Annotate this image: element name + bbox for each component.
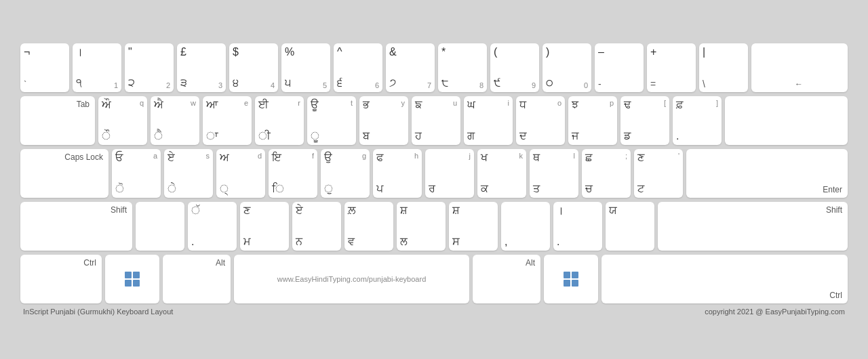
key-k[interactable]: ਖk ਕ xyxy=(477,149,526,198)
row-zxcv: Shift ੱ . ਣ ਮ ਏ ਨ ਲ਼ ਵ ਸ਼ ਲ ਸ਼ ਸ xyxy=(20,202,848,251)
key-8[interactable]: * ੮ 8 xyxy=(438,43,487,92)
key-comma[interactable]: , xyxy=(501,202,550,251)
key-y[interactable]: ਭy ਬ xyxy=(359,96,408,145)
key-9[interactable]: ( ੯ 9 xyxy=(490,43,539,92)
key-v[interactable]: ਏ ਨ xyxy=(292,202,341,251)
key-b[interactable]: ਲ਼ ਵ xyxy=(344,202,393,251)
row-asdf: Caps Lock ਓa ੋ ਏs ੇ ਅd ੍ ਇf ਿ ਉg ੁ ਫh ਪ … xyxy=(20,149,848,198)
windows-logo-icon xyxy=(125,272,140,287)
key-d[interactable]: ਅd ੍ xyxy=(216,149,265,198)
win-left-key[interactable] xyxy=(105,255,159,303)
key-bracket-close[interactable]: ਫ਼] . xyxy=(673,96,722,145)
key-1[interactable]: । ੧ 1 xyxy=(73,43,121,92)
key-j[interactable]: j ਰ xyxy=(425,149,474,198)
key-g[interactable]: ਉg ੁ xyxy=(321,149,370,198)
key-semicolon[interactable]: ਛ; ਚ xyxy=(582,149,631,198)
backspace-key[interactable]: ← xyxy=(751,43,848,92)
key-5[interactable]: % ੫ 5 xyxy=(281,43,330,92)
key-w[interactable]: ਐw ੈ xyxy=(151,96,199,145)
key-r[interactable]: ਈr ੀ xyxy=(255,96,304,145)
key-x[interactable]: ੱ . xyxy=(188,202,237,251)
key-q[interactable]: ਔq ੌ xyxy=(98,96,147,145)
footer-copyright: copyright 2021 @ EasyPunjabiTyping.com xyxy=(705,308,845,316)
key-period[interactable]: । . xyxy=(553,202,602,251)
key-o[interactable]: ਧo ਦ xyxy=(516,96,565,145)
alt-right-key[interactable]: Alt xyxy=(473,255,540,303)
key-e[interactable]: ਆe ਾ xyxy=(203,96,252,145)
key-m[interactable]: ਸ਼ ਸ xyxy=(449,202,498,251)
ctrl-right-key[interactable]: Ctrl xyxy=(601,255,848,303)
key-h[interactable]: ਫh ਪ xyxy=(373,149,422,198)
shift-right-key[interactable]: Shift xyxy=(658,202,848,251)
key-backtick[interactable]: ¬ ` xyxy=(20,43,69,92)
key-p[interactable]: ਝp ਜ xyxy=(568,96,617,145)
row-qwerty: Tab ਔq ੌ ਐw ੈ ਆe ਾ ਈr ੀ ਊt ੂ ਭy ਬ ਙu ਹ xyxy=(20,96,848,145)
key-7[interactable]: & ੭ 7 xyxy=(386,43,435,92)
key-pipe[interactable] xyxy=(725,96,848,145)
enter-key[interactable]: Enter xyxy=(686,149,848,198)
tab-key[interactable]: Tab xyxy=(20,96,95,145)
windows-logo-right-icon xyxy=(564,272,578,287)
key-3[interactable]: £ ੩ 3 xyxy=(177,43,226,92)
key-backslash[interactable]: | \ xyxy=(699,43,748,92)
key-a[interactable]: ਓa ੋ xyxy=(112,149,161,198)
key-0[interactable]: ) ੦ 0 xyxy=(542,43,591,92)
key-quote[interactable]: ਣ' ਟ xyxy=(634,149,683,198)
win-right-key[interactable] xyxy=(544,255,598,303)
key-u[interactable]: ਙu ਹ xyxy=(412,96,460,145)
key-t[interactable]: ਊt ੂ xyxy=(307,96,356,145)
key-f[interactable]: ਇf ਿ xyxy=(269,149,317,198)
key-l[interactable]: ਥl ਤ xyxy=(530,149,578,198)
footer-label: InScript Punjabi (Gurmukhi) Keyboard Lay… xyxy=(23,308,173,316)
key-i[interactable]: ਘi ਗ xyxy=(464,96,513,145)
footer: InScript Punjabi (Gurmukhi) Keyboard Lay… xyxy=(20,308,848,316)
keyboard: ¬ ` । ੧ 1 " ੨ 2 £ ੩ 3 $ ੪ xyxy=(20,43,848,303)
key-6[interactable]: ^ ੬ 6 xyxy=(334,43,382,92)
key-2[interactable]: " ੨ 2 xyxy=(125,43,174,92)
key-minus[interactable]: – - xyxy=(595,43,644,92)
key-n[interactable]: ਸ਼ ਲ xyxy=(397,202,446,251)
key-slash[interactable]: ਯ xyxy=(606,202,654,251)
key-z[interactable] xyxy=(136,202,184,251)
key-s[interactable]: ਏs ੇ xyxy=(164,149,213,198)
row-bottom: Ctrl Alt www.EasyHindiTyping.com/punjabi… xyxy=(20,255,848,303)
alt-left-key[interactable]: Alt xyxy=(163,255,231,303)
key-equals[interactable]: + = xyxy=(647,43,696,92)
ctrl-left-key[interactable]: Ctrl xyxy=(20,255,102,303)
spacebar-key[interactable]: www.EasyHindiTyping.com/punjabi-keyboard xyxy=(234,255,469,303)
row-numbers: ¬ ` । ੧ 1 " ੨ 2 £ ੩ 3 $ ੪ xyxy=(20,43,848,92)
key-c[interactable]: ਣ ਮ xyxy=(240,202,289,251)
key-4[interactable]: $ ੪ 4 xyxy=(229,43,278,92)
backspace-arrow-icon: ← xyxy=(795,79,803,89)
capslock-key[interactable]: Caps Lock xyxy=(20,149,108,198)
shift-left-key[interactable]: Shift xyxy=(20,202,132,251)
key-bracket-open[interactable]: ਢ[ ਡ xyxy=(620,96,669,145)
